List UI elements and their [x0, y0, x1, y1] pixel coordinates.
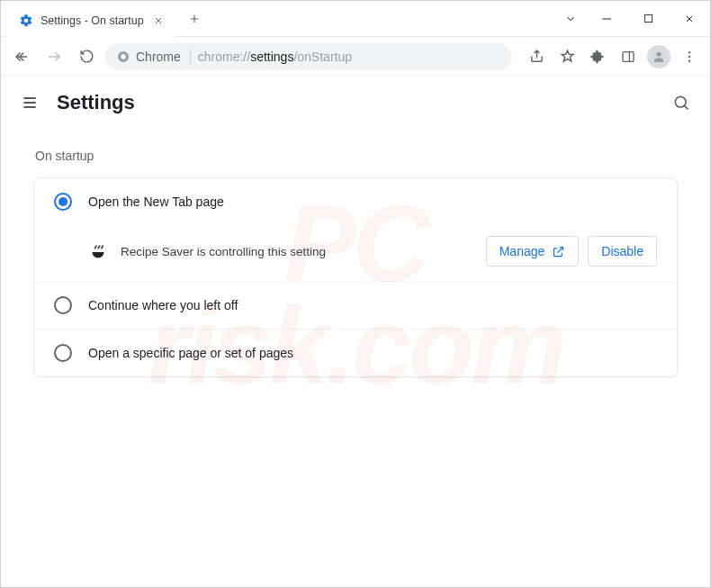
- chrome-icon: [116, 50, 130, 64]
- option-specific-pages[interactable]: Open a specific page or set of pages: [34, 329, 677, 376]
- option-label: Open the New Tab page: [88, 194, 224, 209]
- svg-point-4: [656, 51, 661, 56]
- avatar-icon: [647, 45, 670, 68]
- recipe-saver-icon: [88, 241, 108, 261]
- browser-tab[interactable]: Settings - On startup: [6, 5, 175, 37]
- disable-button[interactable]: Disable: [588, 236, 657, 267]
- svg-point-5: [688, 51, 690, 53]
- svg-point-8: [675, 96, 686, 107]
- url-text: chrome://settings/onStartup: [198, 50, 352, 64]
- forward-button[interactable]: [40, 43, 68, 70]
- kebab-menu-icon[interactable]: [676, 43, 703, 70]
- reload-button[interactable]: [73, 43, 100, 70]
- gear-icon: [19, 14, 33, 28]
- svg-rect-0: [644, 14, 652, 22]
- close-window-button[interactable]: [669, 1, 710, 37]
- extension-controlling-banner: Recipe Saver is controlling this setting…: [34, 225, 677, 281]
- radio-selected[interactable]: [54, 193, 72, 211]
- content: On startup Open the New Tab page Recipe …: [1, 129, 710, 587]
- new-tab-button[interactable]: [182, 6, 207, 32]
- bookmark-icon[interactable]: [554, 43, 580, 70]
- radio-unselected[interactable]: [54, 344, 72, 362]
- site-chip: Chrome: [116, 50, 191, 64]
- tab-title: Settings - On startup: [40, 14, 144, 27]
- toolbar: Chrome chrome://settings/onStartup: [1, 37, 710, 77]
- manage-button-label: Manage: [500, 244, 545, 258]
- option-continue[interactable]: Continue where you left off: [34, 281, 677, 329]
- page-title: Settings: [57, 91, 135, 114]
- maximize-button[interactable]: [627, 1, 669, 37]
- svg-point-6: [688, 55, 690, 57]
- section-heading: On startup: [35, 149, 678, 163]
- settings-header: Settings: [1, 77, 710, 129]
- profile-avatar[interactable]: [645, 43, 672, 70]
- on-startup-card: Open the New Tab page Recipe Saver is co…: [33, 177, 678, 377]
- close-icon[interactable]: [151, 14, 166, 28]
- back-button[interactable]: [8, 43, 35, 70]
- external-link-icon: [552, 245, 565, 258]
- menu-icon[interactable]: [19, 92, 40, 113]
- extensions-icon[interactable]: [584, 43, 611, 70]
- radio-unselected[interactable]: [54, 296, 72, 314]
- option-label: Continue where you left off: [88, 298, 238, 312]
- site-chip-label: Chrome: [136, 50, 181, 64]
- minimize-button[interactable]: [586, 1, 627, 37]
- option-new-tab[interactable]: Open the New Tab page: [34, 178, 677, 225]
- disable-button-label: Disable: [601, 244, 644, 258]
- address-bar[interactable]: Chrome chrome://settings/onStartup: [105, 43, 512, 70]
- side-panel-icon[interactable]: [615, 43, 642, 70]
- svg-rect-3: [623, 51, 634, 61]
- window-controls: [586, 1, 710, 36]
- chevron-down-icon[interactable]: [555, 1, 586, 37]
- option-label: Open a specific page or set of pages: [88, 346, 293, 360]
- svg-point-7: [688, 59, 690, 61]
- svg-point-2: [121, 54, 125, 59]
- search-icon[interactable]: [670, 92, 692, 113]
- titlebar: Settings - On startup: [1, 1, 710, 37]
- extension-controlling-text: Recipe Saver is controlling this setting: [121, 245, 473, 258]
- share-icon[interactable]: [523, 43, 550, 70]
- manage-button[interactable]: Manage: [486, 236, 580, 267]
